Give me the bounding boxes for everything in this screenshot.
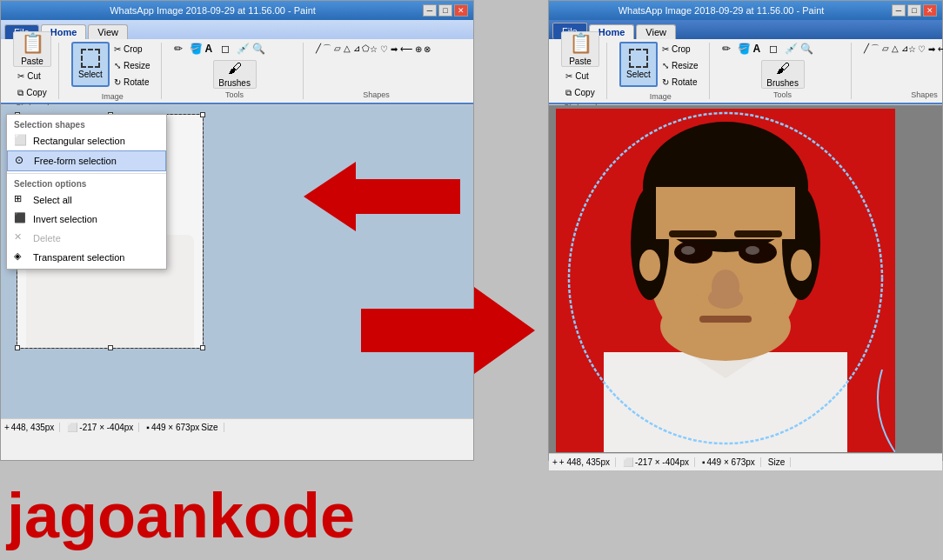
crop-button-right[interactable]: ✂Crop: [659, 42, 702, 57]
paste-button-left[interactable]: 📋 Paste: [13, 31, 51, 67]
tools-area-right: ✏ 🪣 A ◻ 💉 🔍: [722, 43, 844, 58]
select-button-left[interactable]: Select: [71, 42, 110, 87]
coords-value-left: 448, 435px: [11, 423, 55, 432]
cut-copy-group: ✂Cut ⧉Copy: [14, 69, 50, 101]
rotate-button-left[interactable]: ↻Rotate: [110, 75, 154, 90]
right-canvas-area: [549, 105, 942, 453]
shapes-group-left: ╱ ⌒ ▱ △ ⊿ ⬠ ☆ ♡ ➡ ⟵ ⊕ ⊗ Shapes: [309, 43, 445, 99]
shapes-area-right: ╱ ⌒ ▱ △ ⊿ ☆ ♡ ➡ ⟵ ⊕: [864, 43, 943, 55]
svg-point-23: [639, 250, 660, 281]
shapes-area-left: ╱ ⌒ ▱ △ ⊿ ⬠ ☆ ♡ ➡ ⟵ ⊕ ⊗: [316, 43, 438, 55]
size-item-left: ▪ 449 × 673px Size: [146, 423, 224, 432]
maximize-button[interactable]: □: [438, 4, 452, 17]
freeform-selection-item[interactable]: ⊙ Free-form selection: [7, 150, 166, 171]
cut-copy-group-right: ✂Cut ⧉Copy: [562, 69, 598, 101]
left-arrow-indicator: [304, 162, 460, 234]
text-tool[interactable]: A: [205, 43, 221, 58]
svg-point-24: [791, 250, 812, 281]
right-titlebar: WhatsApp Image 2018-09-29 at 11.56.00 - …: [549, 1, 942, 20]
left-ribbon-body: 📋 Paste ✂Cut ⧉Copy Clipboard: [1, 39, 473, 104]
close-button[interactable]: ✕: [454, 4, 468, 17]
right-titlebar-buttons: ─ □ ✕: [892, 4, 937, 17]
tab-view-right[interactable]: View: [636, 24, 676, 39]
selection-item-right: ⬜ -217 × -404px: [623, 457, 695, 467]
selection-value-left: -217 × -404px: [79, 423, 133, 432]
eraser-tool-right[interactable]: ◻: [769, 43, 785, 58]
tools-group-right: ✏ 🪣 A ◻ 💉 🔍 🖌 Brushes Tools: [715, 43, 852, 99]
svg-rect-14: [669, 230, 717, 237]
right-title: WhatsApp Image 2018-09-29 at 11.56.00 - …: [554, 5, 888, 16]
pencil-tool[interactable]: ✏: [174, 43, 190, 58]
shapes-label-right: Shapes: [911, 90, 938, 99]
rectangular-selection-item[interactable]: ⬜ Rectangular selection: [7, 131, 166, 150]
portrait-image-area: [556, 109, 895, 452]
size-item-right: ▪ 449 × 673px: [702, 457, 761, 467]
copy-button-right[interactable]: ⧉Copy: [562, 85, 598, 101]
left-titlebar-buttons: ─ □ ✕: [423, 4, 468, 17]
selection-shapes-title: Selection shapes: [7, 117, 166, 131]
svg-point-19: [746, 246, 759, 255]
image-label-left: Image: [102, 92, 124, 101]
magnifier-tool[interactable]: 🔍: [252, 43, 268, 58]
dropdown-divider-1: [7, 173, 166, 174]
tools-group-left: ✏ 🪣 A ◻ 💉 🔍 🖌 Brushes Tools: [167, 43, 304, 99]
magnifier-tool-right[interactable]: 🔍: [800, 43, 816, 58]
coords-item-right: + + 448, 435px: [552, 457, 616, 467]
size-icon-left: ▪: [146, 423, 150, 432]
fill-tool[interactable]: 🪣: [190, 43, 205, 58]
right-ribbon-tabs: File Home View: [549, 20, 942, 39]
selection-icon-right: ⬜: [623, 457, 633, 467]
cut-button-left[interactable]: ✂Cut: [14, 69, 50, 84]
size-label-left: Size: [201, 423, 217, 432]
tab-view-left[interactable]: View: [88, 24, 128, 39]
transparent-selection-item[interactable]: ◈ Transparent selection: [7, 248, 166, 267]
left-paint-window: WhatsApp Image 2018-09-29 at 11.56.00 - …: [0, 0, 474, 461]
rect-select-icon: ⬜: [14, 134, 28, 148]
eyedropper-tool-right[interactable]: 💉: [785, 43, 800, 58]
select-button-right[interactable]: Select: [619, 42, 658, 87]
clipboard-group-left: 📋 Paste ✂Cut ⧉Copy Clipboard: [6, 43, 59, 99]
selection-item-left: ⬜ -217 × -404px: [67, 423, 139, 432]
right-ribbon: File Home View 📋 Paste ✂Cut ⧉Copy: [549, 20, 942, 105]
shapes-group-right: ╱ ⌒ ▱ △ ⊿ ☆ ♡ ➡ ⟵ ⊕ Shapes: [857, 43, 943, 99]
left-ribbon: File Home View 📋 Paste ✂Cut ⧉Copy: [1, 20, 473, 105]
copy-button-left[interactable]: ⧉Copy: [14, 85, 50, 101]
image-label-right: Image: [650, 92, 672, 101]
tools-label-left: Tools: [225, 90, 244, 99]
fill-tool-right[interactable]: 🪣: [738, 43, 753, 58]
freeform-select-icon: ⊙: [15, 154, 29, 168]
brushes-button-left[interactable]: 🖌 Brushes: [213, 60, 257, 89]
minimize-button[interactable]: ─: [423, 4, 437, 17]
delete-icon: ✕: [14, 231, 28, 245]
size-label-right: Size: [768, 457, 785, 467]
delete-item[interactable]: ✕ Delete: [7, 229, 166, 248]
plus-icon-right: +: [552, 457, 558, 467]
brushes-button-right[interactable]: 🖌 Brushes: [761, 60, 805, 89]
right-maximize-button[interactable]: □: [907, 4, 921, 17]
image-btns-left: Select ✂Crop ⤡Resize ↻Rotate: [71, 42, 154, 90]
coords-item-left: + 448, 435px: [4, 423, 60, 432]
left-titlebar: WhatsApp Image 2018-09-29 at 11.56.00 - …: [1, 1, 473, 20]
right-minimize-button[interactable]: ─: [892, 4, 906, 17]
select-all-item[interactable]: ⊞ Select all: [7, 190, 166, 210]
size-icon-right: ▪: [702, 457, 706, 467]
resize-button-right[interactable]: ⤡Resize: [659, 58, 702, 74]
cut-button-right[interactable]: ✂Cut: [562, 69, 598, 84]
size-value-right: 449 × 673px: [707, 457, 755, 467]
tools-label-right: Tools: [773, 90, 792, 99]
eyedropper-tool[interactable]: 💉: [237, 43, 252, 58]
resize-button-left[interactable]: ⤡Resize: [110, 58, 154, 74]
pencil-tool-right[interactable]: ✏: [722, 43, 738, 58]
image-btns-right: Select ✂Crop ⤡Resize ↻Rotate: [619, 42, 702, 90]
crop-button-left[interactable]: ✂Crop: [110, 42, 154, 57]
rotate-button-right[interactable]: ↻Rotate: [659, 75, 702, 90]
svg-point-21: [708, 288, 743, 309]
crop-resize-col: ✂Crop ⤡Resize ↻Rotate: [110, 42, 154, 90]
right-close-button[interactable]: ✕: [923, 4, 937, 17]
text-tool-right[interactable]: A: [753, 43, 769, 58]
svg-rect-15: [734, 230, 782, 237]
paste-button-right[interactable]: 📋 Paste: [561, 31, 599, 67]
eraser-tool[interactable]: ◻: [221, 43, 237, 58]
svg-rect-22: [699, 316, 752, 323]
invert-selection-item[interactable]: ⬛ Invert selection: [7, 210, 166, 229]
